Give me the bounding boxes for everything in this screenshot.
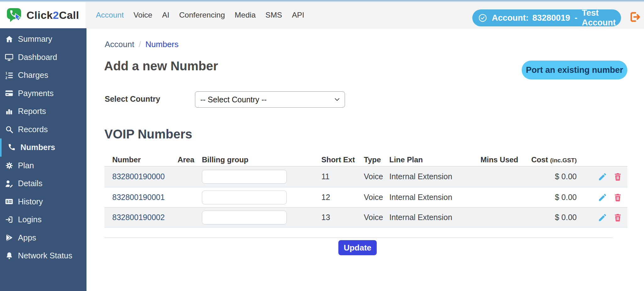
sidebar-item-charges[interactable]: 1 2 Charges: [0, 66, 86, 84]
sidebar-item-summary[interactable]: Summary: [0, 30, 86, 48]
breadcrumb: Account / Numbers: [105, 40, 179, 49]
edit-pencil-icon[interactable]: [598, 213, 607, 222]
billing-group-input[interactable]: [202, 211, 287, 224]
sidebar-item-label: Logins: [18, 215, 42, 224]
sidebar-item-label: Reports: [18, 107, 46, 116]
billing-group-input[interactable]: [202, 170, 287, 184]
play-store-icon: [4, 233, 14, 242]
badge-separator: -: [575, 13, 577, 23]
header: Click2Call Account Voice AI Conferencing…: [0, 2, 644, 28]
nav-voice[interactable]: Voice: [134, 11, 153, 19]
breadcrumb-separator: /: [139, 40, 141, 49]
sidebar-item-label: Details: [18, 179, 42, 188]
sidebar-item-plan[interactable]: Plan: [0, 157, 86, 175]
update-button[interactable]: Update: [338, 240, 377, 255]
bell-icon: [4, 251, 14, 260]
short-ext-cell: 13: [312, 213, 356, 222]
type-cell: Voice: [356, 193, 389, 202]
nav-media[interactable]: Media: [235, 11, 256, 19]
top-navigation: Account Voice AI Conferencing Media SMS …: [96, 2, 304, 28]
account-status-badge[interactable]: Account: 83280019 - Test Account: [472, 9, 621, 26]
sidebar-item-dashboard[interactable]: Dashboard: [0, 48, 86, 67]
sidebar-item-reports[interactable]: Reports: [0, 102, 86, 121]
edit-pencil-icon[interactable]: [598, 193, 607, 202]
select-country-dropdown[interactable]: -- Select Country --: [195, 91, 345, 108]
sidebar-item-logins[interactable]: Logins: [0, 211, 86, 229]
sidebar-item-details[interactable]: Details: [0, 175, 86, 193]
sidebar-item-label: Summary: [18, 35, 52, 44]
delete-trash-icon[interactable]: [613, 193, 622, 202]
col-header-short-ext: Short Ext: [312, 155, 356, 165]
nav-ai[interactable]: AI: [162, 11, 169, 19]
delete-trash-icon[interactable]: [613, 213, 622, 222]
voip-numbers-title: VOIP Numbers: [104, 127, 192, 141]
billing-group-input[interactable]: [202, 191, 287, 204]
logout-icon[interactable]: [628, 10, 641, 24]
sidebar-item-label: History: [18, 197, 43, 206]
delete-trash-icon[interactable]: [613, 172, 622, 181]
sidebar-item-numbers[interactable]: Numbers: [0, 138, 86, 157]
breadcrumb-numbers-link[interactable]: Numbers: [145, 40, 178, 49]
voip-number-link[interactable]: 832800190001: [112, 193, 165, 202]
col-header-actions: [586, 160, 627, 161]
sidebar-item-label: Dashboard: [18, 53, 57, 62]
breadcrumb-account-link[interactable]: Account: [105, 40, 134, 49]
badge-account-number: 83280019: [532, 13, 570, 23]
numbered-list-icon: 1 2: [4, 71, 14, 80]
check-circle-icon: [478, 13, 487, 23]
svg-text:2: 2: [5, 76, 7, 79]
user-edit-icon: [4, 179, 14, 188]
short-ext-cell: 11: [312, 172, 356, 181]
col-header-area: Area: [166, 155, 196, 165]
cost-cell: $ 0.00: [523, 172, 586, 181]
edit-pencil-icon[interactable]: [598, 172, 607, 181]
phone-icon: [7, 143, 16, 152]
sidebar-item-apps[interactable]: Apps: [0, 229, 86, 247]
col-header-mins-used: Mins Used: [475, 155, 523, 165]
nav-sms[interactable]: SMS: [265, 11, 282, 19]
select-country-label: Select Country: [105, 94, 160, 104]
svg-text:$: $: [6, 200, 8, 204]
brand-name: Click2Call: [26, 9, 79, 21]
sidebar-item-history[interactable]: $ History: [0, 193, 86, 211]
money-check-icon: $: [4, 197, 14, 206]
table-row: 832800190002 13 Voice Internal Extension…: [104, 207, 627, 228]
line-plan-cell: Internal Extension: [389, 213, 475, 222]
table-row: 832800190001 12 Voice Internal Extension…: [104, 187, 627, 207]
select-country-wrapper: -- Select Country --: [195, 91, 345, 108]
table-header-row: Number Area Billing group Short Ext Type…: [104, 154, 627, 166]
type-cell: Voice: [356, 213, 389, 222]
cost-cell: $ 0.00: [523, 213, 586, 222]
line-plan-cell: Internal Extension: [389, 172, 475, 181]
nav-account[interactable]: Account: [96, 11, 124, 19]
desktop-icon: [4, 53, 14, 62]
voip-numbers-table: Number Area Billing group Short Ext Type…: [104, 154, 627, 228]
voip-number-link[interactable]: 832800190000: [112, 172, 165, 181]
svg-text:1: 1: [5, 71, 7, 75]
sidebar-item-network-status[interactable]: Network Status: [0, 247, 86, 265]
page: Click2Call Account Voice AI Conferencing…: [0, 0, 644, 291]
sidebar-item-label: Apps: [18, 233, 36, 242]
page-title: Add a new Number: [104, 59, 218, 73]
sidebar-item-records[interactable]: Records: [0, 121, 86, 139]
sidebar-item-label: Plan: [18, 161, 34, 170]
nav-api[interactable]: API: [292, 11, 304, 19]
cost-cell: $ 0.00: [523, 193, 586, 202]
port-existing-number-button[interactable]: Port an existing number: [522, 61, 627, 79]
sidebar-item-label: Numbers: [20, 143, 55, 152]
nav-conferencing[interactable]: Conferencing: [179, 11, 225, 19]
short-ext-cell: 12: [312, 193, 356, 202]
col-header-line-plan: Line Plan: [389, 155, 475, 165]
sidebar-item-payments[interactable]: Payments: [0, 84, 86, 103]
brand-logo[interactable]: Click2Call: [0, 2, 86, 28]
search-icon: [4, 125, 14, 134]
gear-icon: [4, 161, 14, 170]
voip-number-link[interactable]: 832800190002: [112, 213, 165, 222]
bar-chart-icon: [4, 107, 14, 116]
type-cell: Voice: [356, 172, 389, 181]
badge-account-name: Test Account: [582, 8, 621, 28]
sign-in-icon: [4, 215, 14, 224]
col-header-type: Type: [356, 155, 389, 165]
home-icon: [4, 35, 14, 44]
sidebar-item-label: Charges: [18, 71, 48, 80]
